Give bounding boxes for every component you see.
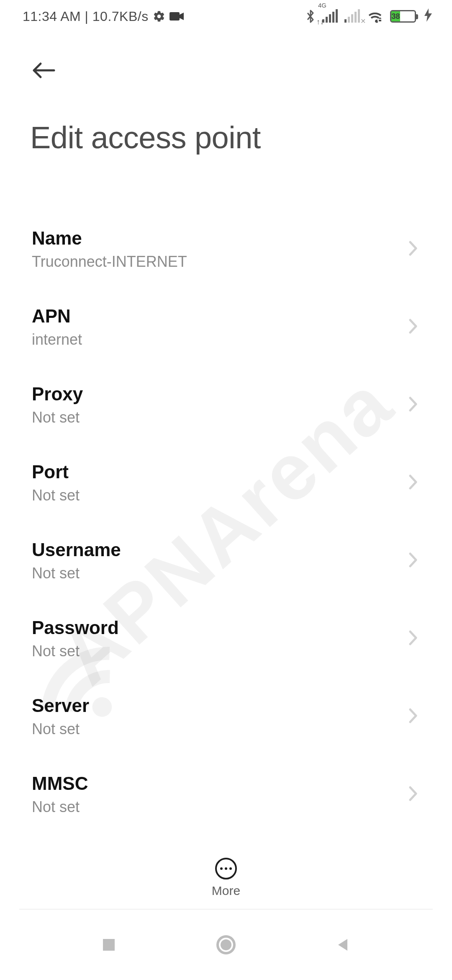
signal-sim2-icon: ✕ xyxy=(344,10,360,23)
row-name[interactable]: Name Truconnect-INTERNET xyxy=(32,214,420,291)
row-value: internet xyxy=(32,331,82,348)
battery-pct: 38 xyxy=(391,11,400,21)
row-apn[interactable]: APN internet xyxy=(32,291,420,369)
svg-point-5 xyxy=(221,939,231,950)
chevron-right-icon xyxy=(408,240,419,259)
square-icon xyxy=(100,936,117,953)
system-nav-bar xyxy=(0,910,452,980)
row-proxy[interactable]: Proxy Not set xyxy=(32,369,420,447)
row-username[interactable]: Username Not set xyxy=(32,525,420,603)
row-password[interactable]: Password Not set xyxy=(32,603,420,681)
chevron-right-icon xyxy=(408,707,419,726)
row-value: Not set xyxy=(32,720,89,738)
more-label: More xyxy=(212,884,240,898)
chevron-right-icon xyxy=(408,395,419,415)
back-nav-button[interactable] xyxy=(330,931,357,958)
row-label: Name xyxy=(32,228,187,249)
chevron-right-icon xyxy=(408,629,419,648)
page-title: Edit access point xyxy=(30,120,422,155)
settings-list: Name Truconnect-INTERNET APN internet Pr… xyxy=(0,214,452,838)
home-button[interactable] xyxy=(213,931,239,958)
row-value: Not set xyxy=(32,642,119,660)
row-mmsc[interactable]: MMSC Not set xyxy=(32,759,420,837)
row-label: Server xyxy=(32,695,89,716)
status-bar: 11:34 AM | 10.7KB/s 4G ↑↓ ✕ 38 xyxy=(0,0,452,33)
row-label: Proxy xyxy=(32,384,83,405)
row-value: Not set xyxy=(32,565,121,582)
signal-sim1-icon: 4G ↑↓ xyxy=(322,10,338,23)
row-server[interactable]: Server Not set xyxy=(32,681,420,759)
more-button[interactable]: More xyxy=(0,858,452,898)
row-value: Not set xyxy=(32,409,83,426)
row-value: Not set xyxy=(32,487,80,504)
back-button[interactable] xyxy=(30,57,57,84)
row-value: Truconnect-INTERNET xyxy=(32,253,187,271)
chevron-right-icon xyxy=(408,473,419,493)
charging-icon xyxy=(424,8,432,25)
battery-icon: 38 xyxy=(390,10,416,23)
row-label: APN xyxy=(32,306,82,327)
chevron-right-icon xyxy=(408,551,419,570)
network-type-label: 4G xyxy=(318,2,326,9)
row-label: Username xyxy=(32,539,121,560)
circle-icon xyxy=(216,935,236,955)
chevron-right-icon xyxy=(408,317,419,337)
row-label: Port xyxy=(32,462,80,482)
row-port[interactable]: Port Not set xyxy=(32,447,420,525)
status-left: 11:34 AM | 10.7KB/s xyxy=(23,9,185,24)
row-value: Not set xyxy=(32,798,88,816)
chevron-right-icon xyxy=(408,785,419,804)
row-label: Password xyxy=(32,617,119,638)
status-right: 4G ↑↓ ✕ 38 xyxy=(306,8,432,25)
wifi-icon xyxy=(367,10,383,23)
camera-icon xyxy=(170,11,185,22)
status-time: 11:34 AM | 10.7KB/s xyxy=(23,9,149,24)
more-icon xyxy=(215,858,237,879)
gear-icon xyxy=(153,10,165,23)
svg-rect-3 xyxy=(103,939,115,951)
triangle-left-icon xyxy=(335,936,352,953)
arrow-left-icon xyxy=(31,61,56,80)
header: Edit access point xyxy=(0,33,452,155)
svg-rect-0 xyxy=(170,12,180,21)
bluetooth-icon xyxy=(306,9,316,24)
recents-button[interactable] xyxy=(95,931,122,958)
row-label: MMSC xyxy=(32,773,88,794)
row-mms-proxy[interactable]: MMS proxy Not set xyxy=(32,837,420,838)
